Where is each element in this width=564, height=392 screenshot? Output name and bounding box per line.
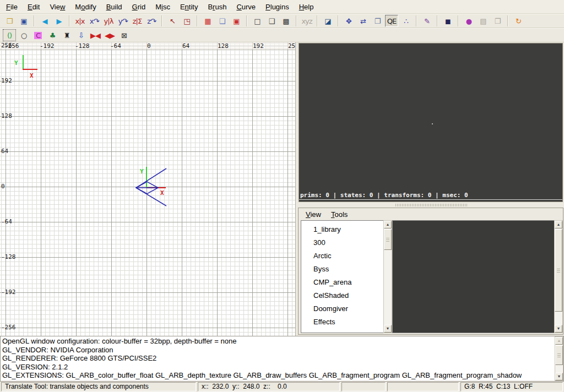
select-touching-button[interactable]: ↖ [166,15,179,27]
curve-edit-button[interactable]: () [3,29,16,41]
split-patch-button[interactable]: ◀▶ [103,29,116,41]
console-output[interactable]: OpenGL window configuration: colour-buff… [0,336,564,382]
scroll-down-icon[interactable]: ▼ [555,373,563,380]
menu-modify[interactable]: Modify [70,1,101,13]
rotate-z-button[interactable]: z↷ [145,15,158,27]
list-item[interactable]: CelShaded [301,289,383,302]
csg-subtract-button[interactable]: ▦ [201,15,214,27]
clip-textured-button[interactable]: ▩ [279,15,292,27]
texture-preview-area[interactable] [392,220,554,333]
menu-brush[interactable]: Brush [203,1,231,13]
texture-scrollbar[interactable]: ▲ ▼ [554,220,563,333]
model-button[interactable]: ● [462,15,475,27]
flip-y-button[interactable]: y|λ [102,15,115,27]
menu-build[interactable]: Build [101,1,127,13]
texture-lock-button[interactable]: ◼ [441,15,454,27]
horizontal-splitter[interactable] [299,203,563,208]
rotate-y-button[interactable]: y↷ [116,15,129,27]
flip-y-icon: y|λ [104,18,113,25]
toolbar-separator [507,15,508,26]
select-inside-button[interactable]: ◳ [180,15,193,27]
save-button[interactable]: ▣ [17,15,30,27]
brush-primitives-button[interactable]: ✎ [420,15,433,27]
scroll-down-icon[interactable]: ▼ [384,325,392,333]
status-cell: Translate Tool: translate objects and co… [1,382,196,391]
hollow-button[interactable]: ▣ [230,15,243,27]
list-scrollbar[interactable]: ▲ ▼ [383,220,392,333]
origin-x-label: X [160,189,164,197]
menu-edit[interactable]: Edit [23,1,45,13]
scroll-up-icon[interactable]: ▲ [555,337,563,345]
cap-texture-button[interactable]: C [31,29,45,41]
console-scrollbar[interactable]: ▲ ▼ [555,336,563,381]
arrow-right-icon: ▶ [57,18,62,25]
toolbar-separator [197,15,198,26]
console-line: GL_VERSION: 2.1.2 [2,363,562,372]
redo-button[interactable]: ▶ [52,15,66,27]
menu-tools[interactable]: Tools [326,209,352,220]
purple-sphere-icon: ● [466,18,471,25]
rotate-mode-button[interactable]: ⇄ [356,15,370,27]
menu-view[interactable]: View [301,209,326,220]
camera-3d-view[interactable]: prims: 0 | states: 0 | transforms: 0 | m… [299,43,563,202]
map-list: 1_library300ArcticByssCMP_arenaCelShaded… [301,220,383,333]
toolbar-separator [161,15,162,26]
scrollbar-thumb[interactable] [384,229,392,250]
scroll-up-icon[interactable]: ▲ [555,221,562,228]
menu-curve[interactable]: Curve [231,1,261,13]
list-item[interactable]: Effects [301,315,383,329]
clip-split-button[interactable]: ❑ [265,15,278,27]
flip-x-button[interactable]: x|x [73,15,86,27]
exclude-button[interactable]: ⊠ [117,29,131,41]
axis-x-label: X [30,72,34,79]
list-item[interactable]: Byss [301,263,383,276]
list-item[interactable]: Arctic [301,249,383,263]
merge-patch-button[interactable]: ▶◀ [89,29,102,41]
list-item[interactable]: CMP_arena [301,276,383,289]
menu-bar: FileEditViewModifyBuildGridMiscEntityBru… [0,0,564,14]
list-item[interactable]: Doomgiver [301,302,383,315]
train-path-button[interactable]: ♜ [60,29,73,41]
open-file-button[interactable]: ❒ [3,15,16,27]
arrow-left-icon: ◀ [42,18,47,25]
menu-view[interactable]: View [45,1,70,13]
entity-connect-button[interactable]: ∴ [399,15,413,27]
scroll-down-icon[interactable]: ▼ [555,325,562,333]
rotate-x-button[interactable]: x↷ [88,15,101,27]
menu-plugins[interactable]: Plugins [261,1,294,13]
menu-file[interactable]: File [1,1,23,13]
list-item[interactable]: 1_library [301,223,383,236]
rotate-x-icon: x↷ [90,18,99,25]
console-window-button: ▤ [476,15,490,27]
drop-entity-button[interactable]: ⇩ [74,29,88,41]
list-item[interactable]: Hangar [301,329,383,333]
inspector-menu-bar: ViewTools [299,208,563,220]
translate-mode-button[interactable]: ✥ [342,15,355,27]
undo-button[interactable]: ◀ [38,15,51,27]
menu-grid[interactable]: Grid [127,1,151,13]
menu-misc[interactable]: Misc [150,1,175,13]
csg-merge-button[interactable]: ❏ [215,15,229,27]
green-parens-icon: () [7,32,12,39]
scrollbar-thumb[interactable] [555,345,563,365]
curve-circle-button[interactable]: ○ [17,29,30,41]
list-item[interactable]: 300 [301,236,383,249]
scrollbar-thumb[interactable] [555,229,562,312]
flip-z-button[interactable]: z|Σ [131,15,144,27]
console-line: GL_EXTENSIONS: GL_ARB_color_buffer_float… [2,371,562,380]
list-icon: ▤ [480,18,486,25]
menu-help[interactable]: Help [294,1,319,13]
grid-2d-view[interactable]: -256-192-128-64064128192256 256192128640… [0,42,296,336]
qe-tool-button[interactable]: QE [385,15,398,27]
toolbar-separator [458,15,459,26]
status-cell: x:: 232.0 y:: 248.0 z:: 0.0 [198,382,340,391]
texture-view-mode-button[interactable]: ◪ [321,15,334,27]
scale-mode-button[interactable]: ❐ [371,15,384,27]
menu-entity[interactable]: Entity [175,1,203,13]
scroll-up-icon[interactable]: ▲ [384,221,392,228]
foliage-button[interactable]: ♣ [46,29,59,41]
toolbar-separator [296,15,297,26]
open-cube-icon: ❑ [269,18,275,25]
refresh-references-button[interactable]: ↻ [512,15,525,27]
clip-nodraw-button[interactable]: □ [251,15,264,27]
